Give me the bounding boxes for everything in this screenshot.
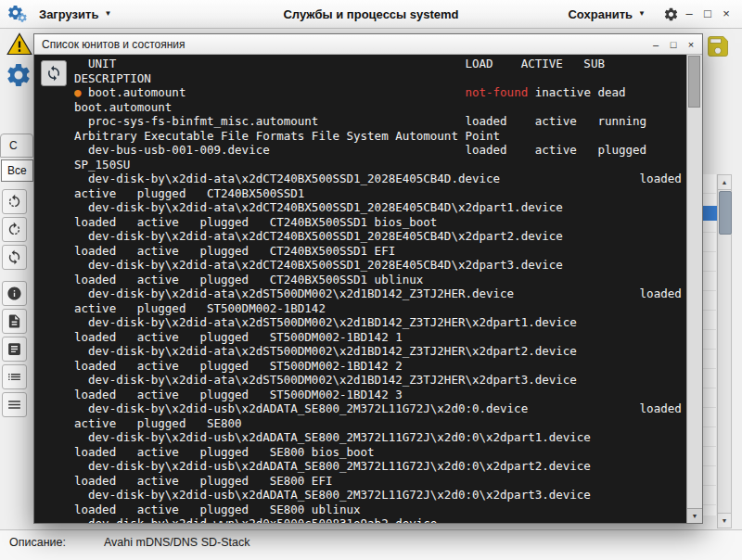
app-logo-icon <box>6 4 29 24</box>
console-line: dev-bus-usb-001-009.device loaded active… <box>74 143 684 158</box>
dialog-title: Список юнитов и состояния <box>42 38 186 51</box>
dialog-close-button[interactable]: × <box>684 37 698 52</box>
dialog-vertical-scrollbar[interactable]: ▼ <box>686 55 702 523</box>
info-button[interactable] <box>2 281 27 306</box>
refresh-icon <box>45 65 62 82</box>
scrollbar-thumb[interactable] <box>719 191 732 235</box>
console-line: dev-disk-by\x2did-usb\x2dADATA_SE800_2M3… <box>74 430 684 445</box>
console-line: loaded active plugged SE800 EFI <box>74 474 684 489</box>
redo-history-button[interactable] <box>2 217 27 242</box>
load-button-label: Загрузить <box>39 7 98 21</box>
menu-button[interactable] <box>2 392 27 417</box>
scroll-up-button[interactable]: ▲ <box>718 175 731 190</box>
console-line: dev-disk-by\x2did-usb\x2dADATA_SE800_2M3… <box>74 488 684 503</box>
menu-icon <box>6 397 22 413</box>
console-line: active plugged ST500DM002-1BD142 <box>74 301 684 316</box>
console-line: active plugged CT240BX500SSD1 <box>74 186 684 201</box>
console-line: loaded active plugged SE800 bios_boot <box>74 445 684 460</box>
report-icon <box>6 341 22 357</box>
document-icon <box>6 313 22 329</box>
main-toolbar: Загрузить ▼ Службы и процессы systemd Со… <box>0 0 742 29</box>
info-icon <box>6 286 22 301</box>
load-button[interactable]: Загрузить ▼ <box>32 3 119 25</box>
save-indicator-button[interactable] <box>705 33 731 59</box>
app-window: Загрузить ▼ Службы и процессы systemd Со… <box>0 0 742 560</box>
maximize-button[interactable]: □ <box>699 4 716 22</box>
console-line: dev-disk-by\x2did-ata\x2dST500DM002\x2d1… <box>74 373 684 388</box>
refresh-icon <box>6 249 22 265</box>
console-line: loaded active plugged ST500DM002-1BD142 … <box>74 330 684 345</box>
units-table-fragment[interactable] <box>702 174 716 515</box>
units-console: UNIT LOAD ACTIVE SUBDESCRIPTION● boot.au… <box>74 57 684 523</box>
scroll-down-button[interactable]: ▼ <box>718 513 731 528</box>
unit-file-button[interactable] <box>2 309 27 334</box>
console-line: loaded active plugged ST500DM002-1BD142 … <box>74 388 684 402</box>
rotate-right-icon <box>6 222 22 237</box>
dialog-maximize-button[interactable]: □ <box>666 37 681 52</box>
dialog-refresh-button[interactable] <box>41 60 67 86</box>
console-line: UNIT LOAD ACTIVE SUB <box>74 57 684 71</box>
dialog-scroll-down-button[interactable]: ▼ <box>687 508 702 523</box>
rotate-left-icon <box>6 194 22 210</box>
gear-icon <box>663 6 679 22</box>
filter-all-combobox[interactable]: Все <box>1 159 33 182</box>
services-gear-icon <box>5 61 32 89</box>
description-value: Avahi mDNS/DNS SD-Stack <box>104 536 249 549</box>
console-line: dev-disk-by\x2did-ata\x2dCT240BX500SSD1_… <box>74 172 684 186</box>
console-line: dev-disk-by\x2did-ata\x2dST500DM002\x2d1… <box>74 315 684 330</box>
dialog-minimize-button[interactable]: – <box>648 37 663 52</box>
console-line: DESCRIPTION <box>74 71 684 86</box>
console-line: loaded active plugged CT240BX500SSD1 bio… <box>74 215 684 230</box>
units-dialog: Список юнитов и состояния – □ × UNIT LOA… <box>33 33 703 524</box>
dialog-controls: – □ × <box>648 37 698 52</box>
caret-down-icon: ▼ <box>638 10 646 18</box>
console-line: dev-disk-by\x2did-ata\x2dCT240BX500SSD1_… <box>74 229 684 244</box>
console-line: loaded active plugged SE800 ublinux <box>74 503 684 517</box>
save-button[interactable]: Сохранить ▼ <box>560 3 653 25</box>
console-line: SP_150SU <box>74 158 684 172</box>
console-line: dev-disk-by\x2did-ata\x2dST500DM002\x2d1… <box>74 344 684 359</box>
list-icon <box>6 369 22 385</box>
undo-history-button[interactable] <box>2 189 27 214</box>
console-line: loaded active plugged CT240BX500SSD1 EFI <box>74 244 684 259</box>
console-line: dev-disk-by\x2did-ata\x2dST500DM002\x2d1… <box>74 286 684 301</box>
caret-down-icon: ▼ <box>104 10 111 18</box>
main-vertical-scrollbar[interactable]: ▲ ▼ <box>717 174 732 528</box>
floppy-icon <box>705 33 731 59</box>
tab-services[interactable]: С <box>0 134 33 158</box>
dialog-content: UNIT LOAD ACTIVE SUBDESCRIPTION● boot.au… <box>34 55 702 523</box>
warning-icon <box>6 32 32 57</box>
console-line: ● boot.automount not-found inactive dead <box>74 85 684 100</box>
report-button[interactable] <box>2 337 27 362</box>
units-list-button[interactable] <box>2 364 27 389</box>
console-line: proc-sys-fs-binfmt_misc.automount loaded… <box>74 114 684 129</box>
dialog-scrollbar-thumb[interactable] <box>688 56 700 108</box>
status-bar: Описание: Avahi mDNS/DNS SD-Stack <box>0 529 742 560</box>
console-line: loaded active plugged CT240BX500SSD1 ubl… <box>74 273 684 287</box>
console-line: dev-disk-by\x2did-usb\x2dADATA_SE800_2M3… <box>74 459 684 474</box>
description-label: Описание: <box>9 536 66 549</box>
minimize-button[interactable]: – <box>681 4 697 22</box>
save-button-label: Сохранить <box>568 7 633 21</box>
dialog-titlebar[interactable]: Список юнитов и состояния – □ × <box>34 34 702 55</box>
close-button[interactable]: × <box>718 4 735 22</box>
console-line: loaded active plugged ST500DM002-1BD142 … <box>74 359 684 374</box>
settings-button[interactable] <box>660 5 681 23</box>
console-line: dev-disk-by\x2did-wwn\x2d0x5000c500831e9… <box>74 516 684 523</box>
selected-row-fragment[interactable] <box>703 206 717 221</box>
console-line: Arbitrary Executable File Formats File S… <box>74 129 684 144</box>
console-line: dev-disk-by\x2did-ata\x2dCT240BX500SSD1_… <box>74 258 684 273</box>
refresh-button[interactable] <box>2 245 27 270</box>
console-line: active plugged SE800 <box>74 416 684 431</box>
console-line: dev-disk-by\x2did-usb\x2dADATA_SE800_2M3… <box>74 401 684 416</box>
console-line: dev-disk-by\x2did-ata\x2dCT240BX500SSD1_… <box>74 200 684 215</box>
console-line: boot.automount <box>74 100 684 115</box>
